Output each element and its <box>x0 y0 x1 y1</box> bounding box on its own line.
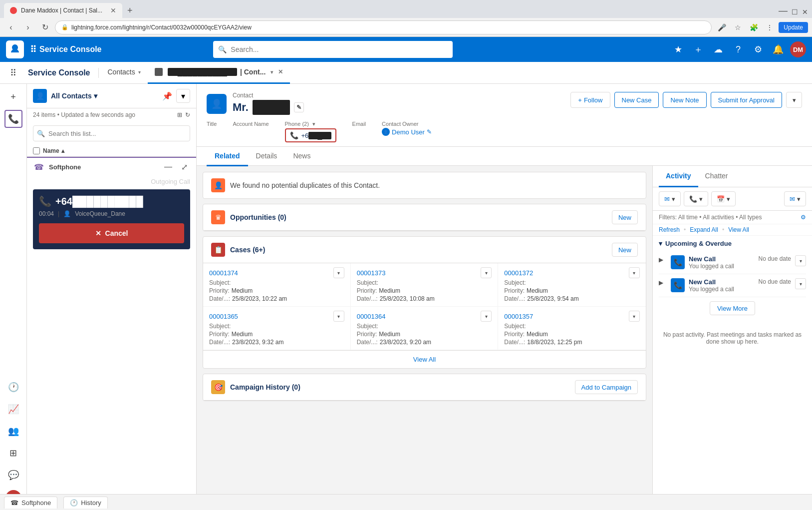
follow-button[interactable]: + Follow <box>570 92 610 108</box>
new-note-button[interactable]: New Note <box>663 92 706 108</box>
table-view-icon[interactable]: ⊞ <box>177 111 182 118</box>
case-5-link[interactable]: 00001357 <box>504 313 533 320</box>
calendar-dropdown-icon[interactable]: ▾ <box>727 195 730 203</box>
call-tool-btn[interactable]: 📞 ▾ <box>684 191 708 206</box>
close-window-icon[interactable]: ✕ <box>802 8 808 16</box>
activity-item-1-expand-icon[interactable]: ▶ <box>659 279 667 287</box>
email-tool-btn[interactable]: ✉ ▾ <box>659 191 681 206</box>
tab-close-icon[interactable]: ✕ <box>110 6 116 14</box>
activity-tab-activity[interactable]: Activity <box>659 166 698 187</box>
sf-search-bar[interactable]: 🔍 <box>213 41 453 58</box>
case-2-dropdown[interactable]: ▾ <box>629 267 640 278</box>
nav-tab-contacts[interactable]: Contacts ▾ <box>101 62 148 84</box>
people-rail-icon[interactable]: 👥 <box>4 422 22 440</box>
sidebar-search-input[interactable] <box>33 125 190 141</box>
case-0-dropdown[interactable]: ▾ <box>333 267 344 278</box>
phone-dropdown-icon[interactable]: ▾ <box>312 121 315 127</box>
more-tool-btn[interactable]: ✉ ▾ <box>784 191 806 206</box>
new-case-card-button[interactable]: New <box>612 243 638 257</box>
tab-details[interactable]: Details <box>248 147 285 166</box>
settings-icon[interactable]: ⚙ <box>750 41 766 57</box>
phone-rail-icon[interactable]: 📞 <box>4 110 22 128</box>
case-5-header: 00001357 ▾ <box>504 311 640 322</box>
refresh-link[interactable]: Refresh <box>659 226 680 233</box>
more-dropdown-icon[interactable]: ▾ <box>797 195 801 203</box>
bell-icon[interactable]: 🔔 <box>770 41 786 57</box>
case-1-dropdown[interactable]: ▾ <box>481 267 492 278</box>
back-button[interactable]: ‹ <box>4 20 18 34</box>
update-button[interactable]: Update <box>779 22 808 33</box>
case-3-dropdown[interactable]: ▾ <box>333 311 344 322</box>
activity-item-0-expand-icon[interactable]: ▶ <box>659 256 667 264</box>
add-to-campaign-button[interactable]: Add to Campaign <box>575 380 638 394</box>
record-tab-close-icon[interactable]: ✕ <box>278 68 283 75</box>
case-2-link[interactable]: 00001372 <box>504 269 533 277</box>
call-dropdown-icon[interactable]: ▾ <box>699 195 703 203</box>
chat-rail-icon[interactable]: 💬 <box>4 466 22 484</box>
case-4-dropdown[interactable]: ▾ <box>481 311 492 322</box>
forward-button[interactable]: › <box>21 20 35 34</box>
extensions-icon[interactable]: 🧩 <box>747 20 761 34</box>
history-rail-icon[interactable]: 🕐 <box>4 378 22 396</box>
case-5-dropdown[interactable]: ▾ <box>629 311 640 322</box>
case-4-link[interactable]: 00001364 <box>357 313 386 320</box>
record-tab-chevron-icon[interactable]: ▾ <box>271 69 273 75</box>
nav-tab-dropdown-icon[interactable]: ▾ <box>138 69 141 75</box>
nav-tab-record[interactable]: ██████████ | Cont... ▾ ✕ <box>148 62 290 84</box>
favorites-icon[interactable]: ★ <box>670 41 686 57</box>
new-opportunity-button[interactable]: New <box>612 210 638 224</box>
actions-dropdown-button[interactable]: ▾ <box>786 92 802 108</box>
expand-all-link[interactable]: Expand All <box>690 226 718 233</box>
activity-tab-chatter[interactable]: Chatter <box>698 166 735 187</box>
reload-button[interactable]: ↻ <box>38 20 52 34</box>
case-0-link[interactable]: 00001374 <box>209 269 238 277</box>
bottom-history-tab[interactable]: 🕐 History <box>63 497 107 509</box>
activity-item-1-dropdown[interactable]: ▾ <box>795 278 806 289</box>
add-rail-icon[interactable]: + <box>4 88 22 106</box>
chart-rail-icon[interactable]: 📈 <box>4 400 22 418</box>
case-1-link[interactable]: 00001373 <box>357 269 386 277</box>
edit-name-icon[interactable]: ✎ <box>294 102 304 112</box>
cancel-call-button[interactable]: ✕ Cancel <box>39 223 184 243</box>
owner-name-link[interactable]: Demo User <box>392 128 425 136</box>
cases-view-all[interactable]: View All <box>203 350 646 368</box>
grid-rail-icon[interactable]: ⊞ <box>4 444 22 462</box>
sidebar-title-dropdown-icon[interactable]: ▾ <box>94 92 97 100</box>
cloud-icon[interactable]: ☁ <box>710 41 726 57</box>
activity-section-header[interactable]: ▾ Upcoming & Overdue <box>659 240 806 247</box>
activity-item-0-dropdown[interactable]: ▾ <box>795 255 806 266</box>
bottom-softphone-tab[interactable]: ☎ Softphone <box>4 497 57 509</box>
new-tab-button[interactable]: + <box>123 3 137 18</box>
softphone-minimize-icon[interactable]: — <box>162 161 174 173</box>
filter-settings-icon[interactable]: ⚙ <box>801 214 806 221</box>
help-icon[interactable]: ? <box>730 41 746 57</box>
bookmark-icon[interactable]: ☆ <box>731 20 745 34</box>
tab-related[interactable]: Related <box>207 147 248 166</box>
view-more-button[interactable]: View More <box>710 301 755 315</box>
new-case-button[interactable]: New Case <box>614 92 659 108</box>
sidebar-pin-icon[interactable]: 📌 <box>162 91 172 101</box>
address-bar[interactable]: lightning.force.com/lightning/r/Contact/… <box>71 24 705 31</box>
calendar-tool-btn[interactable]: 📅 ▾ <box>711 191 736 206</box>
minimize-icon[interactable]: — <box>779 5 788 16</box>
user-avatar[interactable]: DM <box>790 41 806 57</box>
browser-menu-icon[interactable]: ⋮ <box>763 20 777 34</box>
add-icon[interactable]: ＋ <box>690 41 706 57</box>
tab-news[interactable]: News <box>285 147 318 166</box>
select-all-checkbox[interactable] <box>33 147 40 154</box>
waffle-icon[interactable]: ⠿ <box>30 44 36 55</box>
email-dropdown-icon[interactable]: ▾ <box>672 195 675 203</box>
sort-icon[interactable]: ▴ <box>61 147 64 154</box>
search-input[interactable] <box>231 45 448 53</box>
active-browser-tab[interactable]: Dane Maddox | Contact | Sal... ✕ <box>4 3 122 18</box>
view-all-activity-link[interactable]: View All <box>728 226 749 233</box>
owner-edit-icon[interactable]: ✎ <box>427 128 432 135</box>
softphone-expand-icon[interactable]: ⤢ <box>178 161 190 173</box>
refresh-icon[interactable]: ↻ <box>185 111 190 118</box>
maximize-icon[interactable]: ☐ <box>792 8 798 16</box>
submit-approval-button[interactable]: Submit for Approval <box>711 92 782 108</box>
case-3-link[interactable]: 00001365 <box>209 313 238 320</box>
microphone-icon[interactable]: 🎤 <box>715 20 729 34</box>
nav-waffle-icon[interactable]: ⠿ <box>4 64 22 82</box>
sidebar-filter-button[interactable]: ▾ <box>176 89 190 103</box>
